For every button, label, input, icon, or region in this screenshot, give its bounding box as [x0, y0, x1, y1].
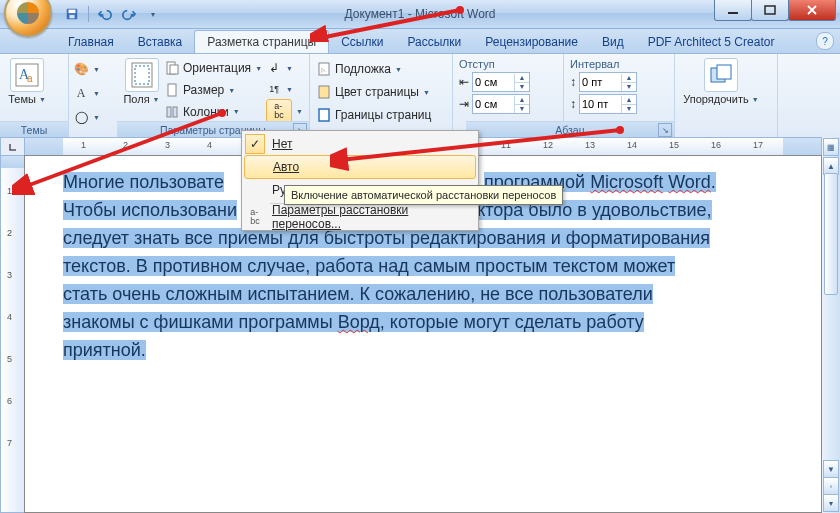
qat-separator	[88, 6, 89, 22]
page-borders-button[interactable]: Границы страниц	[316, 104, 446, 126]
ruler-vertical[interactable]: 1234567	[0, 155, 26, 513]
tab-selector[interactable]	[0, 137, 26, 157]
indent-title: Отступ	[459, 58, 557, 70]
text-line-6c[interactable]: , которые могут сделать работу	[380, 312, 644, 332]
svg-rect-19	[319, 109, 329, 121]
redo-button[interactable]	[119, 4, 139, 24]
ruler-h-margin-left	[25, 138, 63, 156]
maximize-icon	[764, 5, 776, 15]
text-ms[interactable]: Microsoft	[590, 172, 663, 192]
tab-review[interactable]: Рецензирование	[473, 31, 590, 53]
spin-down[interactable]: ▼	[622, 105, 636, 113]
undo-button[interactable]	[95, 4, 115, 24]
prev-page[interactable]: ◦	[823, 477, 839, 495]
size-icon	[164, 82, 180, 98]
scrollbar-vertical[interactable]: ▦ ▲ ▼ ◦ ▾	[821, 137, 840, 513]
save-icon	[65, 7, 79, 21]
text-line-4[interactable]: текстов. В противном случае, работа над …	[63, 256, 675, 276]
paragraph-launcher[interactable]: ↘	[658, 123, 672, 137]
menu-item-none[interactable]: ✓ Нет	[244, 133, 476, 155]
columns-button[interactable]: Колонки▼	[164, 101, 262, 122]
tab-mailings[interactable]: Рассылки	[395, 31, 473, 53]
menu-options-label: Параметры расстановки переносов...	[272, 203, 408, 231]
page-color-button[interactable]: Цвет страницы▼	[316, 81, 446, 103]
text-line-5b[interactable]: пользователи	[538, 284, 652, 304]
orientation-button[interactable]: Ориентация▼	[164, 58, 262, 79]
spacing-after-field[interactable]: ▲▼	[579, 94, 637, 114]
svg-rect-2	[69, 10, 76, 14]
close-button[interactable]	[788, 0, 836, 21]
arrange-button[interactable]: Упорядочить▼	[681, 58, 761, 105]
text-vord[interactable]: Ворд	[338, 312, 380, 332]
group-spacing: Интервал ↕ ▲▼ ↕ ▲▼ Абзац ↘	[564, 54, 675, 138]
indent-left: ⇤ ▲▼	[459, 72, 557, 92]
group-page-setup: Поля▼ Ориентация▼ Размер▼ Колонки▼ ↲▼ 1	[117, 54, 310, 138]
orientation-label: Ориентация	[183, 61, 251, 75]
spin-down[interactable]: ▼	[515, 83, 529, 91]
hyphenation-button[interactable]: a-bc▼	[266, 100, 303, 122]
menu-auto-label: Авто	[273, 160, 299, 174]
indent-left-field[interactable]: ▲▼	[472, 72, 530, 92]
scroll-down[interactable]: ▼	[823, 460, 839, 478]
spacing-before-input[interactable]	[580, 76, 620, 88]
next-page[interactable]: ▾	[823, 494, 839, 512]
spin-up[interactable]: ▲	[515, 96, 529, 105]
hyphen-options-icon: a-bc	[244, 208, 266, 226]
ruler-h-margin-right	[783, 138, 821, 156]
tooltip: Включение автоматической расстановки пер…	[284, 185, 563, 205]
watermark-button[interactable]: A Подложка▼	[316, 58, 446, 80]
spin-up[interactable]: ▲	[622, 96, 636, 105]
tab-insert[interactable]: Вставка	[126, 31, 195, 53]
arrange-label: Упорядочить	[683, 94, 748, 105]
tab-home[interactable]: Главная	[56, 31, 126, 53]
save-button[interactable]	[62, 4, 82, 24]
spin-down[interactable]: ▼	[622, 83, 636, 91]
tab-page-layout[interactable]: Разметка страницы	[194, 30, 329, 53]
spin-up[interactable]: ▲	[622, 74, 636, 83]
spacing-after: ↕ ▲▼	[570, 94, 668, 114]
group-themes: Aa Темы▼ 🎨▼ A▼ ◯▼ Темы	[0, 54, 69, 138]
page-borders-label: Границы страниц	[335, 108, 431, 122]
margins-button[interactable]: Поля▼	[123, 58, 160, 106]
check-icon: ✓	[245, 134, 265, 154]
text-line-5a[interactable]: стать очень сложным испытанием. К сожале…	[63, 284, 538, 304]
text-line-6a[interactable]: знакомы с фишками программы	[63, 312, 338, 332]
tab-pdf-architect[interactable]: PDF Architect 5 Creator	[636, 31, 787, 53]
minimize-button[interactable]	[714, 0, 752, 21]
text-line-1a[interactable]: Многие пользовате	[63, 172, 224, 192]
maximize-button[interactable]	[751, 0, 789, 21]
ruler-toggle[interactable]: ▦	[823, 138, 839, 156]
help-button[interactable]: ?	[816, 32, 834, 50]
themes-button[interactable]: Aa Темы▼	[6, 58, 48, 105]
spacing-before-field[interactable]: ▲▼	[579, 72, 637, 92]
spin-up[interactable]: ▲	[515, 74, 529, 83]
group-label-themes: Темы	[0, 121, 68, 138]
tab-references[interactable]: Ссылки	[329, 31, 395, 53]
menu-item-auto[interactable]: Авто	[244, 155, 476, 179]
redo-icon	[122, 7, 136, 21]
spin-down[interactable]: ▼	[515, 105, 529, 113]
size-button[interactable]: Размер▼	[164, 80, 262, 101]
line-numbers-button[interactable]: 1¶▼	[266, 79, 303, 99]
indent-left-input[interactable]	[473, 76, 513, 88]
minimize-icon	[727, 5, 739, 15]
qat-customize[interactable]: ▾	[143, 4, 163, 24]
svg-rect-14	[167, 107, 171, 117]
indent-right-input[interactable]	[473, 98, 513, 110]
tab-view[interactable]: Вид	[590, 31, 636, 53]
text-line-3[interactable]: следует знать все приемы для быстроты ре…	[63, 228, 710, 248]
columns-icon	[164, 104, 180, 120]
text-line-7[interactable]: приятной.	[63, 340, 146, 360]
scroll-thumb[interactable]	[824, 173, 838, 295]
group-arrange: Упорядочить▼ Упорядочить	[675, 54, 778, 138]
breaks-button[interactable]: ↲▼	[266, 58, 303, 78]
text-word[interactable]: Word	[668, 172, 711, 192]
menu-item-options[interactable]: a-bc Параметры расстановки переносов...	[244, 206, 476, 228]
spacing-after-input[interactable]	[580, 98, 620, 110]
indent-right-field[interactable]: ▲▼	[472, 94, 530, 114]
ribbon: Aa Темы▼ 🎨▼ A▼ ◯▼ Темы Поля▼ Ориентация▼	[0, 54, 840, 139]
line-numbers-icon: 1¶	[266, 81, 282, 97]
close-icon	[806, 5, 818, 15]
svg-rect-18	[319, 86, 329, 98]
text-line-2a[interactable]: Чтобы использовани	[63, 200, 237, 220]
